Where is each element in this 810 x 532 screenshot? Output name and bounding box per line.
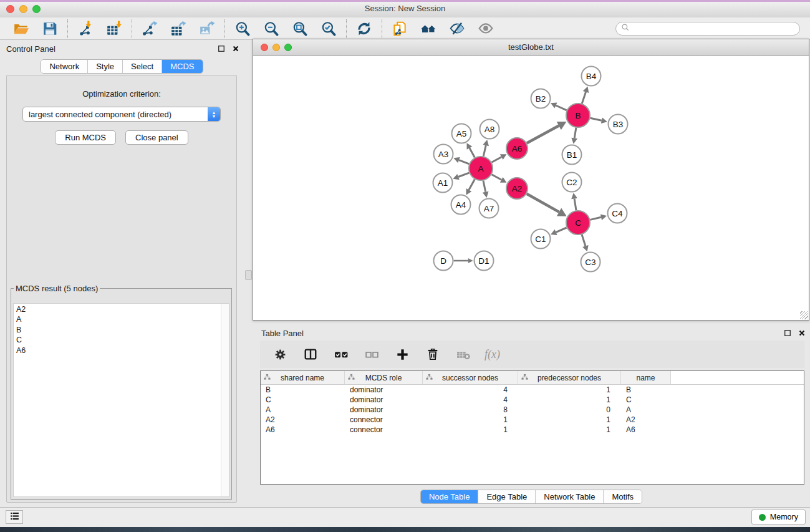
graph-node-D1[interactable]: D1 [475, 251, 494, 271]
splitter-grip[interactable] [245, 270, 252, 280]
save-session-icon[interactable] [41, 19, 59, 38]
graph-edge-B-B3[interactable] [591, 117, 607, 123]
graph-edge-C-C3[interactable] [582, 235, 589, 251]
graph-edge-C-C2[interactable] [571, 193, 577, 210]
table-cell[interactable]: C [261, 395, 345, 404]
graph-node-A7[interactable]: A7 [480, 199, 499, 218]
table-cell[interactable]: 4 [423, 395, 518, 404]
control-panel-float-icon[interactable] [217, 44, 226, 53]
zoom-in-icon[interactable] [233, 19, 252, 38]
zoom-out-icon[interactable] [262, 19, 281, 38]
zoom-fit-icon[interactable] [291, 19, 309, 38]
graph-edge-A2-C[interactable] [527, 194, 567, 216]
tab-node-table[interactable]: Node Table [421, 490, 478, 503]
graph-node-A4[interactable]: A4 [451, 195, 471, 215]
split-panel-icon[interactable] [301, 345, 320, 364]
table-cell[interactable]: A [621, 405, 671, 414]
graph-edge-A-A5[interactable] [467, 143, 475, 157]
settings-icon[interactable] [271, 345, 289, 364]
table-cell[interactable]: 1 [518, 395, 621, 404]
graph-edge-A-A2[interactable] [492, 175, 507, 183]
tab-style[interactable]: Style [87, 60, 122, 73]
graph-node-C2[interactable]: C2 [562, 173, 582, 192]
column-header-MCDS-role[interactable]: MCDS role [345, 371, 423, 384]
table-cell[interactable]: connector [345, 425, 423, 434]
network-window-titlebar[interactable]: testGlobe.txt [253, 39, 809, 56]
tab-edge-table[interactable]: Edge Table [478, 490, 535, 503]
table-cell[interactable]: 4 [423, 385, 518, 394]
table-cell[interactable]: A6 [621, 425, 671, 434]
tab-motifs[interactable]: Motifs [603, 490, 642, 503]
apply-function-icon[interactable]: f(x) [485, 348, 500, 361]
search-input[interactable] [633, 24, 794, 34]
graph-edge-B-B4[interactable] [582, 87, 589, 104]
graph-node-A[interactable]: A [469, 157, 493, 180]
graph-node-A5[interactable]: A5 [452, 124, 471, 143]
graph-edge-A-A1[interactable] [453, 173, 469, 180]
graph-edge-A-A6[interactable] [492, 154, 507, 162]
network-close-button[interactable] [261, 44, 268, 51]
table-cell[interactable]: A2 [621, 415, 671, 424]
table-cell[interactable]: dominator [345, 405, 423, 414]
graph-edge-A-A7[interactable] [483, 181, 489, 198]
table-cell[interactable]: 1 [423, 425, 518, 434]
table-row[interactable]: A2connector11A2 [261, 415, 804, 425]
graph-edge-B-B2[interactable] [551, 103, 567, 110]
table-cell[interactable]: A6 [261, 425, 345, 434]
export-image-icon[interactable] [198, 19, 216, 38]
minimize-window-button[interactable] [19, 5, 27, 13]
graph-node-C1[interactable]: C1 [531, 230, 551, 249]
new-network-from-selection-icon[interactable] [390, 19, 409, 38]
mcds-result-item[interactable]: A [14, 314, 229, 325]
graph-edge-A6-B[interactable] [527, 122, 567, 143]
network-zoom-button[interactable] [284, 44, 292, 51]
table-cell[interactable]: connector [345, 415, 423, 424]
table-cell[interactable]: C [621, 395, 671, 404]
import-network-icon[interactable] [76, 19, 95, 38]
table-cell[interactable]: 1 [518, 425, 621, 434]
graph-edge-C-C4[interactable] [591, 214, 607, 220]
mcds-result-item[interactable]: C [14, 335, 229, 346]
table-cell[interactable]: A2 [261, 415, 345, 424]
tab-select[interactable]: Select [122, 60, 162, 73]
graph-edge-C-C1[interactable] [551, 228, 567, 235]
graph-node-B[interactable]: B [566, 104, 590, 127]
mcds-result-scrollbar[interactable] [221, 304, 229, 496]
network-canvas[interactable]: B4B2BB3A5A8A6A3B1AA1C2A2A4A7C4CC1C3DD1 [253, 56, 809, 320]
graph-node-B2[interactable]: B2 [531, 89, 551, 109]
optimization-criterion-dropdown[interactable]: largest connected component (directed) ▲… [22, 107, 221, 122]
table-panel-close-icon[interactable] [798, 329, 806, 337]
close-window-button[interactable] [6, 5, 14, 13]
graph-node-C4[interactable]: C4 [608, 204, 627, 223]
table-cell[interactable]: 1 [518, 415, 621, 424]
add-column-icon[interactable] [393, 345, 412, 364]
table-cell[interactable]: dominator [345, 385, 423, 394]
panel-splitter[interactable] [244, 40, 253, 508]
table-panel-float-icon[interactable] [783, 329, 792, 337]
tab-network-table[interactable]: Network Table [535, 490, 603, 503]
table-row[interactable]: Cdominator41C [261, 395, 804, 405]
graph-node-B4[interactable]: B4 [582, 67, 601, 86]
graph-node-A1[interactable]: A1 [433, 173, 453, 193]
close-panel-button[interactable]: Close panel [125, 130, 188, 145]
table-row[interactable]: Bdominator41B [261, 385, 804, 395]
graph-edge-B-B1[interactable] [571, 128, 577, 144]
mcds-result-item[interactable]: A6 [14, 345, 229, 355]
table-cell[interactable]: 8 [423, 405, 518, 414]
graph-edge-D-D1[interactable] [454, 258, 473, 263]
zoom-window-button[interactable] [32, 5, 41, 13]
hide-selected-icon[interactable] [448, 19, 466, 38]
graph-node-C3[interactable]: C3 [581, 253, 600, 272]
show-all-icon[interactable] [476, 19, 495, 38]
graph-node-B1[interactable]: B1 [562, 145, 582, 165]
resize-grip[interactable] [800, 311, 808, 319]
mcds-result-item[interactable]: B [14, 324, 229, 335]
graph-edge-A-A3[interactable] [453, 157, 469, 164]
deselect-all-icon[interactable] [362, 345, 381, 364]
graph-node-A8[interactable]: A8 [480, 120, 499, 139]
memory-button[interactable]: Memory [751, 510, 806, 525]
column-header-successor-nodes[interactable]: successor nodes [423, 371, 518, 384]
mcds-result-list[interactable]: A2ABCA6 [13, 303, 229, 497]
delete-table-icon[interactable] [454, 345, 473, 364]
table-cell[interactable]: 0 [518, 405, 621, 414]
